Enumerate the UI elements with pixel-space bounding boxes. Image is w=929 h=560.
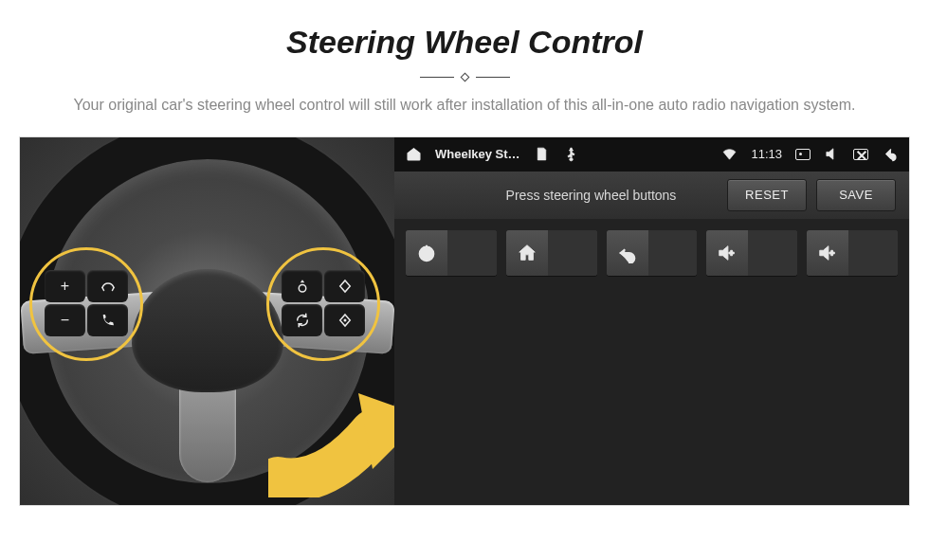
statusbar-time: 11:13 <box>751 147 782 161</box>
toolbar-instruction: Press steering wheel buttons <box>408 188 718 203</box>
main-panel: + − Wheelkey St… <box>19 136 910 506</box>
title-divider <box>38 74 891 81</box>
back-icon[interactable] <box>882 146 898 162</box>
home-outline-icon[interactable] <box>406 146 422 162</box>
statusbar-app-title: Wheelkey St… <box>435 147 520 161</box>
tile-home[interactable] <box>506 230 597 276</box>
status-bar: Wheelkey St… 11:13 <box>394 137 909 172</box>
wheel-key-diamond-alt <box>324 304 365 336</box>
screenshot-icon[interactable] <box>795 149 811 160</box>
wifi-icon <box>721 146 738 162</box>
home-icon <box>506 230 548 276</box>
usb-icon <box>563 146 579 162</box>
wheel-key-cycle <box>282 304 322 336</box>
page-header: Steering Wheel Control Your original car… <box>0 0 929 136</box>
sd-card-icon <box>534 146 550 162</box>
reset-button[interactable]: RESET <box>727 179 807 211</box>
wheel-key-minus: − <box>45 304 85 336</box>
volume-up-icon <box>807 230 848 276</box>
page-title: Steering Wheel Control <box>38 24 891 61</box>
volume-mute-icon[interactable] <box>824 146 840 162</box>
close-app-icon[interactable] <box>853 149 868 160</box>
wheel-button-pad-left: + − <box>45 270 128 336</box>
volume-up-icon <box>706 230 748 276</box>
tile-power[interactable] <box>406 230 497 276</box>
steering-wheel-photo: + − <box>20 137 394 505</box>
undo-icon <box>607 230 648 276</box>
svg-point-1 <box>343 318 346 321</box>
head-unit-screen: Wheelkey St… 11:13 Press steering wheel … <box>394 137 909 505</box>
function-tiles-row <box>394 219 909 287</box>
save-button[interactable]: SAVE <box>816 179 896 211</box>
toolbar: Press steering wheel buttons RESET SAVE <box>394 172 909 219</box>
svg-point-0 <box>299 284 306 292</box>
wheel-key-up <box>282 270 322 302</box>
wheel-key-plus: + <box>45 270 85 302</box>
tile-volume-up-2[interactable] <box>807 230 898 276</box>
power-icon <box>406 230 447 276</box>
wheel-key-phone <box>87 304 128 336</box>
tile-back[interactable] <box>607 230 698 276</box>
wheel-key-diamond <box>324 270 365 302</box>
svg-point-2 <box>569 158 572 161</box>
wheel-key-voice <box>87 270 128 302</box>
tile-volume-up-1[interactable] <box>706 230 797 276</box>
wheel-button-pad-right <box>282 270 365 336</box>
page-subtitle: Your original car's steering wheel contr… <box>47 94 882 117</box>
